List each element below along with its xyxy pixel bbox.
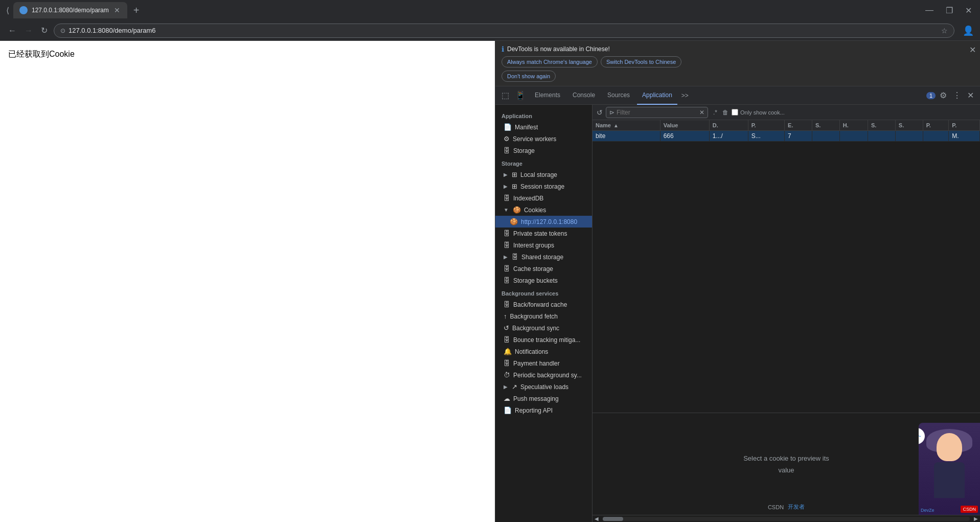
switch-chinese-btn[interactable]: Switch DevTools to Chinese [601,56,681,67]
settings-btn[interactable]: ⚙ [938,88,949,102]
scroll-thumb[interactable] [603,517,623,521]
local-storage-icon: ⊞ [512,171,517,178]
address-bar[interactable]: ⊙ ☆ [54,24,954,38]
col-header-partitioned[interactable]: P. [949,120,980,131]
sidebar-item-notifications[interactable]: 🔔 Notifications [495,346,592,357]
sidebar-item-speculative-loads[interactable]: ▶ ↗ Speculative loads [495,381,592,393]
sidebar-item-cache-storage[interactable]: 🗄 Cache storage [495,263,592,275]
sidebar-item-push-messaging[interactable]: ☁ Push messaging [495,393,592,404]
restore-btn[interactable]: ❐ [942,4,957,17]
tab-count-badge: 1 [926,92,936,99]
preview-text-line1: Select a cookie to preview its [743,455,829,462]
cell-samesite [895,131,923,142]
profile-btn[interactable]: 👤 [963,25,974,36]
tab-console[interactable]: Console [567,86,600,105]
col-header-expires[interactable]: E. [785,120,812,131]
cell-httponly [839,131,868,142]
sidebar-item-payment-handler[interactable]: 🗄 Payment handler [495,357,592,369]
tab-sources[interactable]: Sources [602,86,635,105]
col-header-path[interactable]: P. [748,120,784,131]
sidebar-item-bounce-tracking[interactable]: 🗄 Bounce tracking mitiga... [495,334,592,346]
sidebar-item-local-storage[interactable]: ▶ ⊞ Local storage [495,169,592,180]
speculative-loads-label: Speculative loads [520,383,568,391]
expand-icon: ▶ [504,254,508,260]
more-tabs-btn[interactable]: >> [679,92,691,99]
bookmark-icon[interactable]: ☆ [941,27,948,35]
cell-priority [923,131,949,142]
cookie-table-container: Name ▲ Value D. P. E. S. H. S. S. P. P. [592,120,980,413]
sidebar-item-manifest[interactable]: 📄 Manifest [495,121,592,133]
cell-size [812,131,839,142]
col-header-domain[interactable]: D. [709,120,748,131]
sidebar-item-service-workers[interactable]: ⚙ Service workers [495,133,592,145]
col-header-httponly[interactable]: H. [839,120,868,131]
cookies-label: Cookies [524,207,546,214]
filter-input[interactable] [617,109,697,116]
col-header-secure[interactable]: S. [868,120,896,131]
only-show-label[interactable]: Only show cook... [732,109,785,116]
clear-all-btn[interactable]: 🗑 [722,109,728,116]
sidebar-item-interest-groups[interactable]: 🗄 Interest groups [495,239,592,251]
sidebar-item-reporting-api[interactable]: 📄 Reporting API [495,404,592,416]
interest-groups-icon: 🗄 [504,241,510,249]
sidebar-item-bg-fetch[interactable]: ↑ Background fetch [495,310,592,322]
anime-character: HI~ CSDN DevZe [919,423,980,515]
col-header-priority[interactable]: P. [923,120,949,131]
new-tab-btn[interactable]: + [129,3,144,18]
filter-box[interactable]: ⊳ ✕ [606,107,708,118]
more-options-btn[interactable]: ⋮ [951,88,963,102]
sidebar-item-session-storage[interactable]: ▶ ⊞ Session storage [495,180,592,192]
back-btn[interactable]: ← [6,24,18,37]
sidebar-item-bfcache[interactable]: 🗄 Back/forward cache [495,299,592,310]
clear-filter-btn[interactable]: ✕ [699,109,704,116]
reload-btn[interactable]: ↻ [39,24,50,37]
app-sidebar: Application 📄 Manifest ⚙ Service workers… [495,105,592,522]
sidebar-item-storage-buckets[interactable]: 🗄 Storage buckets [495,275,592,286]
notif-close-btn[interactable]: ✕ [969,45,976,55]
only-show-text: Only show cook... [740,109,785,116]
sidebar-item-indexeddb[interactable]: 🗄 IndexedDB [495,192,592,204]
scroll-track[interactable] [603,517,970,521]
cache-storage-icon: 🗄 [504,265,510,273]
match-language-btn[interactable]: Always match Chrome's language [502,56,598,67]
browser-tab[interactable]: 127.0.0.1:8080/demo/param ✕ [13,2,127,18]
reporting-api-icon: 📄 [504,406,512,414]
url-input[interactable] [69,27,938,34]
collapse-icon: ▼ [504,207,509,213]
cell-expires: 7 [785,131,812,142]
scroll-left-btn[interactable]: ◀ [592,516,601,521]
inspect-element-btn[interactable]: ⬚ [499,88,511,102]
close-devtools-btn[interactable]: ✕ [965,88,976,102]
cell-name: bite [592,131,660,142]
sidebar-item-periodic-bg-sync[interactable]: ⏱ Periodic background sy... [495,369,592,381]
sidebar-item-private-state-tokens[interactable]: 🗄 Private state tokens [495,228,592,239]
regex-icon[interactable]: .* [713,109,717,116]
tab-application[interactable]: Application [637,86,677,105]
sidebar-item-cookie-origin[interactable]: 🍪 http://127.0.0.1:8080 [495,216,592,228]
col-header-size[interactable]: S. [812,120,839,131]
scroll-right-btn[interactable]: ▶ [972,516,980,521]
forward-btn[interactable]: → [22,24,35,37]
anime-head [937,433,962,461]
bounce-tracking-icon: 🗄 [504,336,510,344]
back-history-btn[interactable]: ⟨ [4,4,11,17]
col-header-samesite[interactable]: S. [895,120,923,131]
push-messaging-label: Push messaging [513,395,559,402]
tab-close-btn[interactable]: ✕ [113,5,121,15]
sidebar-item-storage[interactable]: 🗄 Storage [495,145,592,156]
dont-show-btn[interactable]: Don't show again [502,71,556,82]
sidebar-item-cookies[interactable]: ▼ 🍪 Cookies [495,204,592,216]
sidebar-item-bg-sync[interactable]: ↺ Background sync [495,322,592,334]
close-btn[interactable]: ✕ [961,4,976,17]
table-row[interactable]: bite 666 1.../ S... 7 M. [592,131,980,142]
tab-favicon [19,6,28,14]
only-show-checkbox[interactable] [732,109,738,116]
tab-elements[interactable]: Elements [530,86,565,105]
device-toolbar-btn[interactable]: 📱 [513,88,528,102]
col-header-value[interactable]: Value [660,120,709,131]
refresh-cookies-btn[interactable]: ↺ [597,108,603,117]
speculative-loads-icon: ↗ [512,383,517,391]
col-header-name[interactable]: Name ▲ [592,120,660,131]
minimize-btn[interactable]: — [921,4,938,17]
sidebar-item-shared-storage[interactable]: ▶ 🗄 Shared storage [495,251,592,263]
